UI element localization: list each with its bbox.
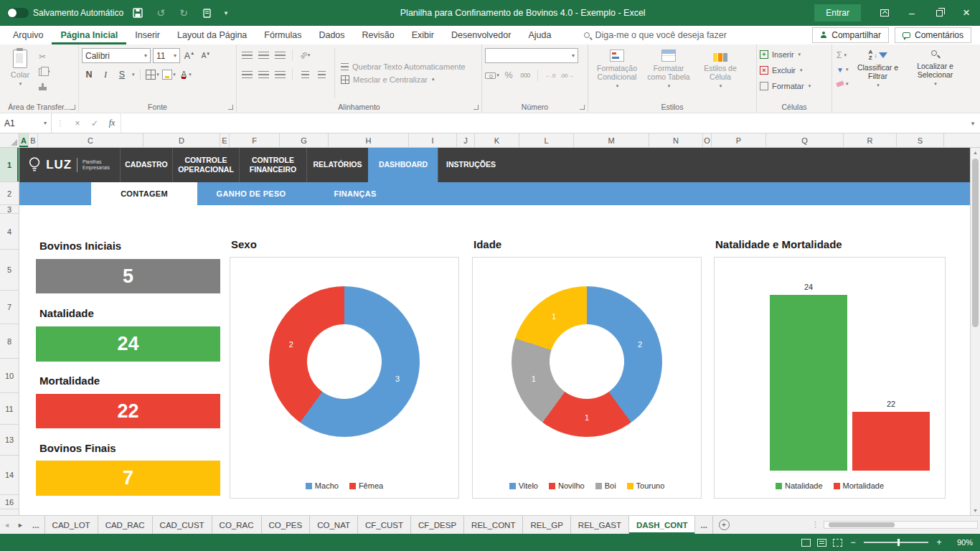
touch-mode-icon[interactable] bbox=[198, 4, 215, 22]
sheet-scroll-right-icon[interactable]: ► bbox=[14, 516, 27, 534]
column-header-o[interactable]: O bbox=[703, 133, 712, 147]
sheet-tab-co-rac[interactable]: CO_RAC bbox=[212, 516, 262, 534]
column-header-m[interactable]: M bbox=[574, 133, 649, 147]
fill-button[interactable]: ▼▾ bbox=[837, 64, 849, 75]
merge-center-button[interactable]: Mesclar e Centralizar ▾ bbox=[341, 75, 466, 84]
tell-me-search[interactable]: Diga-me o que você deseja fazer bbox=[584, 26, 726, 44]
copy-button[interactable]: ▾ bbox=[39, 66, 50, 77]
zoom-out-button[interactable]: − bbox=[849, 537, 857, 547]
name-box[interactable]: A1 ▾ bbox=[0, 113, 52, 133]
sheet-content[interactable]: LUZ Planilhas Empresariais CADASTROCONTR… bbox=[19, 148, 970, 515]
clear-button[interactable]: ▾ bbox=[837, 78, 849, 90]
sort-filter-button[interactable]: AZ↓ Classificar e Filtrar ▾ bbox=[850, 47, 906, 100]
format-painter-button[interactable] bbox=[39, 81, 50, 93]
sheet-tab-rel-cont[interactable]: REL_CONT bbox=[464, 516, 523, 534]
tab-pagina-inicial[interactable]: Página Inicial bbox=[52, 26, 126, 44]
column-header-l[interactable]: L bbox=[519, 133, 574, 147]
new-sheet-button[interactable]: + bbox=[713, 516, 735, 534]
column-header-p[interactable]: P bbox=[712, 133, 766, 147]
nav-item-controle-operacional[interactable]: CONTROLE OPERACIONAL bbox=[172, 148, 239, 182]
subtab-contagem[interactable]: CONTAGEM bbox=[91, 182, 197, 205]
column-header-e[interactable]: E bbox=[220, 133, 230, 147]
conditional-formatting-button[interactable]: Formatação Condicional ▾ bbox=[591, 47, 643, 100]
column-header-g[interactable]: G bbox=[280, 133, 329, 147]
font-family-select[interactable]: Calibri ▾ bbox=[82, 48, 151, 63]
fill-color-button[interactable]: ▾ bbox=[162, 67, 176, 82]
clipboard-dialog-launcher-icon[interactable] bbox=[70, 105, 75, 110]
row-header-4[interactable]: 4 bbox=[0, 214, 19, 250]
column-header-c[interactable]: C bbox=[38, 133, 143, 147]
sheet-tab-rel-gp[interactable]: REL_GP bbox=[523, 516, 570, 534]
sign-in-button[interactable]: Entrar bbox=[814, 4, 861, 22]
find-select-button[interactable]: Localizar e Selecionar ▾ bbox=[906, 47, 965, 100]
redo-icon[interactable]: ↻ bbox=[175, 4, 192, 22]
paste-button[interactable]: Colar ▾ bbox=[3, 47, 37, 97]
font-dialog-launcher-icon[interactable] bbox=[228, 105, 233, 110]
decrease-decimal-button[interactable]: .00→ bbox=[560, 68, 574, 83]
number-dialog-launcher-icon[interactable] bbox=[580, 105, 585, 110]
tab-layout-da-pagina[interactable]: Layout da Página bbox=[169, 26, 255, 44]
row-header-11[interactable]: 11 bbox=[0, 393, 19, 425]
sheet-tab-overflow-left[interactable]: ... bbox=[27, 516, 45, 534]
borders-button[interactable]: ▾ bbox=[146, 67, 160, 82]
tab-desenvolvedor[interactable]: Desenvolvedor bbox=[443, 26, 519, 44]
align-center-button[interactable] bbox=[256, 67, 270, 82]
sheet-tab-cf-cust[interactable]: CF_CUST bbox=[358, 516, 411, 534]
align-bottom-button[interactable] bbox=[273, 48, 287, 62]
zoom-slider[interactable] bbox=[864, 542, 928, 543]
accounting-format-button[interactable]: ▾ bbox=[485, 68, 499, 83]
qat-customize-icon[interactable]: ▾ bbox=[221, 9, 231, 17]
nav-item-cadastro[interactable]: CADASTRO bbox=[120, 148, 172, 182]
zoom-slider-thumb[interactable] bbox=[897, 539, 900, 546]
tab-formulas[interactable]: Fórmulas bbox=[255, 26, 310, 44]
sheet-tab-co-pes[interactable]: CO_PES bbox=[262, 516, 311, 534]
align-right-button[interactable] bbox=[273, 67, 287, 82]
increase-font-button[interactable]: A▲ bbox=[182, 49, 197, 63]
column-header-d[interactable]: D bbox=[143, 133, 220, 147]
column-header-j[interactable]: J bbox=[457, 133, 475, 147]
scroll-down-icon[interactable]: ▼ bbox=[973, 506, 978, 515]
bold-button[interactable]: N bbox=[82, 67, 96, 82]
decrease-indent-button[interactable] bbox=[298, 67, 312, 82]
cut-button[interactable]: ✂ bbox=[39, 51, 50, 62]
insert-function-button[interactable]: fx bbox=[103, 113, 121, 133]
font-color-button[interactable]: A▾ bbox=[179, 67, 193, 82]
expand-formula-bar-icon[interactable]: ▾ bbox=[966, 113, 980, 133]
sheet-tab-cad-lot[interactable]: CAD_LOT bbox=[45, 516, 98, 534]
zoom-level[interactable]: 90% bbox=[950, 538, 973, 547]
scroll-up-icon[interactable]: ▲ bbox=[973, 148, 978, 157]
align-top-button[interactable] bbox=[240, 48, 254, 62]
cell-styles-button[interactable]: Estilos de Célula ▾ bbox=[694, 47, 746, 100]
format-as-table-button[interactable]: Formatar como Tabela ▾ bbox=[643, 47, 694, 100]
sheet-tab-cad-rac[interactable]: CAD_RAC bbox=[98, 516, 153, 534]
share-button[interactable]: Compartilhar bbox=[812, 27, 889, 43]
sheet-scroll-left-icon[interactable]: ◄ bbox=[0, 516, 14, 534]
row-header-2[interactable]: 2 bbox=[0, 182, 19, 205]
font-size-select[interactable]: 11 ▾ bbox=[153, 48, 180, 63]
ribbon-display-options-icon[interactable] bbox=[871, 0, 898, 26]
format-cells-button[interactable]: Formatar ▾ bbox=[760, 78, 829, 94]
undo-icon[interactable]: ↺ bbox=[152, 4, 169, 22]
delete-cells-button[interactable]: × Excluir ▾ bbox=[760, 62, 829, 78]
italic-button[interactable]: I bbox=[98, 67, 113, 82]
tab-arquivo[interactable]: Arquivo bbox=[4, 26, 52, 44]
column-header-n[interactable]: N bbox=[649, 133, 703, 147]
horizontal-scrollbar[interactable] bbox=[824, 521, 978, 529]
select-all-corner[interactable] bbox=[0, 133, 19, 147]
subtab-ganho-de-peso[interactable]: GANHO DE PESO bbox=[197, 182, 305, 205]
nav-item-relatorios[interactable]: RELATÓRIOS bbox=[306, 148, 368, 182]
zoom-in-button[interactable]: + bbox=[935, 537, 943, 547]
column-header-q[interactable]: Q bbox=[766, 133, 844, 147]
normal-view-icon[interactable] bbox=[801, 539, 811, 547]
column-header-i[interactable]: I bbox=[409, 133, 457, 147]
vertical-scroll-thumb[interactable] bbox=[972, 159, 979, 327]
tab-inserir[interactable]: Inserir bbox=[126, 26, 169, 44]
sheet-tab-dash-cont[interactable]: DASH_CONT bbox=[629, 516, 696, 534]
nav-item-controle-financeiro[interactable]: CONTROLE FINANCEIRO bbox=[239, 148, 306, 182]
sheet-tab-cad-cust[interactable]: CAD_CUST bbox=[153, 516, 212, 534]
row-header-7[interactable]: 7 bbox=[0, 291, 19, 324]
row-header-8[interactable]: 8 bbox=[0, 324, 19, 359]
number-format-select[interactable]: ▾ bbox=[485, 48, 578, 63]
sheet-tab-cf-desp[interactable]: CF_DESP bbox=[411, 516, 464, 534]
row-header-3[interactable]: 3 bbox=[0, 205, 19, 214]
